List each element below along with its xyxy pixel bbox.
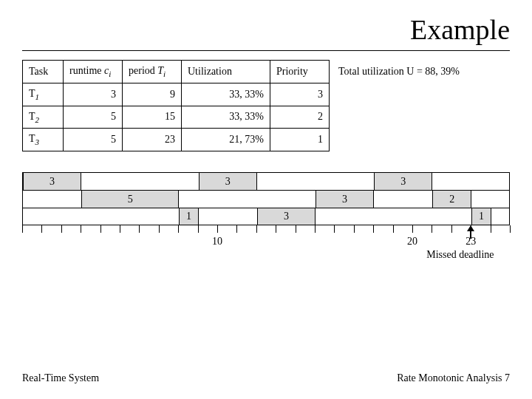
tick-mark <box>22 225 23 233</box>
table-row: T1 3 9 33, 33% 3 <box>23 83 330 106</box>
tick-mark <box>276 225 276 233</box>
footer: Real-Time System Rate Monotonic Analysis… <box>0 372 532 384</box>
cell-priority: 1 <box>270 129 330 151</box>
title-underline <box>22 50 510 51</box>
tick-label: 10 <box>212 236 222 248</box>
cell-runtime: 3 <box>64 83 123 106</box>
tick-mark <box>451 225 452 233</box>
tick-label: 20 <box>407 236 417 248</box>
th-period-sub: i <box>163 69 166 78</box>
th-runtime-prefix: runtime <box>69 65 104 76</box>
cell-period: 23 <box>123 129 182 151</box>
cell-task: T3 <box>23 129 64 151</box>
tick-mark <box>432 225 432 233</box>
th-runtime-sub: i <box>109 69 111 78</box>
tick-mark <box>256 225 257 233</box>
cell-priority: 2 <box>270 106 330 129</box>
total-utilization: Total utilization U = 88, 39% <box>330 60 460 78</box>
task-table: Task runtime ci period Ti Utilization Pr… <box>22 60 330 151</box>
cell-utilization: 33, 33% <box>182 106 270 129</box>
th-period: period Ti <box>123 61 182 83</box>
tick-mark <box>159 225 160 233</box>
timeline-row-t3: 131 <box>22 208 510 225</box>
timeline-job: 3 <box>374 173 432 190</box>
th-period-var: T <box>157 65 163 76</box>
tick-mark <box>393 225 394 233</box>
tick-mark <box>354 225 355 233</box>
page-title: Example <box>0 0 532 50</box>
timeline-ticks: 102023 <box>22 225 510 237</box>
th-utilization: Utilization <box>182 61 270 83</box>
timeline-job: 2 <box>432 191 471 208</box>
timeline-job: 5 <box>81 191 179 208</box>
timeline-job: 1 <box>471 208 491 225</box>
missed-deadline-label: Missed deadline <box>426 249 494 261</box>
cell-period: 15 <box>123 106 182 129</box>
content-row: Task runtime ci period Ti Utilization Pr… <box>0 60 532 151</box>
timeline-row-t2: 532 <box>22 190 510 208</box>
cell-runtime: 5 <box>64 106 123 129</box>
tick-mark <box>61 225 62 233</box>
timeline-job: 3 <box>199 173 257 190</box>
tick-mark <box>334 225 335 233</box>
cell-utilization: 33, 33% <box>182 83 270 106</box>
tick-mark <box>81 225 81 233</box>
timeline-job: 3 <box>316 191 374 208</box>
cell-runtime: 5 <box>64 129 123 151</box>
timeline-job: 3 <box>23 173 81 190</box>
cell-period: 9 <box>123 83 182 106</box>
tick-mark <box>198 225 199 233</box>
th-task: Task <box>23 61 64 83</box>
tick-mark <box>412 225 413 233</box>
cell-priority: 3 <box>270 83 330 106</box>
table-header-row: Task runtime ci period Ti Utilization Pr… <box>23 61 330 83</box>
th-runtime: runtime ci <box>64 61 123 83</box>
tick-mark <box>178 225 179 233</box>
footer-left: Real-Time System <box>22 372 99 384</box>
tick-mark <box>491 225 491 233</box>
th-period-prefix: period <box>129 65 157 76</box>
cell-utilization: 21, 73% <box>182 129 270 151</box>
tick-mark <box>315 225 316 233</box>
timeline-row-t1: 333 <box>22 172 510 190</box>
tick-mark <box>510 225 511 233</box>
tick-mark <box>41 225 42 233</box>
timeline-job: 1 <box>179 208 198 225</box>
table-row: T3 5 23 21, 73% 1 <box>23 129 330 151</box>
tick-mark <box>296 225 296 233</box>
timeline: 333 532 131 102023 Missed deadline <box>22 172 510 261</box>
table-row: T2 5 15 33, 33% 2 <box>23 106 330 129</box>
cell-task: T2 <box>23 106 64 129</box>
tick-mark <box>236 225 237 233</box>
tick-mark <box>373 225 374 233</box>
tick-mark <box>217 225 218 233</box>
tick-mark <box>100 225 101 233</box>
tick-mark <box>139 225 140 233</box>
tick-mark <box>120 225 120 233</box>
deadline-arrow-icon <box>467 225 474 239</box>
timeline-job: 3 <box>257 208 316 225</box>
cell-task: T1 <box>23 83 64 106</box>
footer-right: Rate Monotonic Analysis 7 <box>397 372 510 384</box>
th-priority: Priority <box>270 61 330 83</box>
